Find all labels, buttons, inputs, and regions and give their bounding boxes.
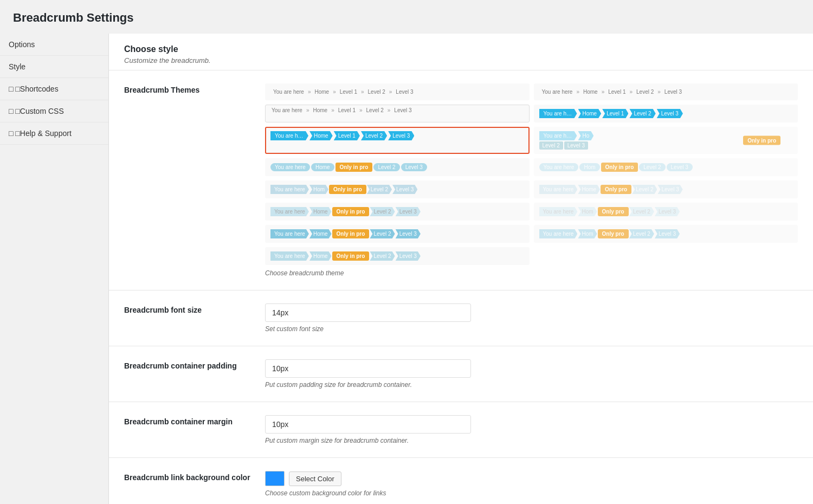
sidebar-item-custom-css[interactable]: □Custom CSS (0, 100, 108, 122)
theme-7[interactable]: You are here Home Only in pro Level 2 Le… (265, 158, 530, 176)
link-bg-color-hint: Choose custom background color for links (265, 489, 798, 497)
font-size-input[interactable] (265, 303, 471, 322)
only-pro-badge-10: Only pro (601, 185, 631, 194)
theme-3[interactable]: You are here » Home » Level 1 » Level 2 … (265, 105, 530, 122)
theme-5-bc: You are here Home Level 1 Level 2 Level … (270, 131, 524, 140)
themes-row: Breadcrumb Themes You are here » Home » … (109, 70, 813, 290)
color-swatch[interactable] (265, 471, 285, 486)
theme-4-bc: You are here Home Level 1 Level 2 Level … (539, 109, 793, 118)
themes-caption: Choose breadcrumb theme (265, 269, 798, 277)
sidebar: Options Style □Shortcodes □Custom CSS □H… (0, 34, 108, 504)
theme-8-bc: You are here Hom Only in pro Level 2 Lev… (539, 163, 793, 172)
theme-12[interactable]: You are here Hom Only pro Level 2 Level … (534, 203, 798, 221)
theme-15[interactable]: You are here Home Only in pro Level 2 Le… (265, 247, 530, 265)
theme-10[interactable]: You are here Home Only pro Level 2 Level… (534, 180, 798, 198)
only-in-pro-badge-9: Only in pro (329, 185, 366, 194)
only-in-pro-badge-11: Only in pro (332, 207, 370, 216)
theme-13[interactable]: You are here Home Only in pro Level 2 Le… (265, 225, 530, 243)
only-in-pro-badge-15: Only in pro (332, 251, 370, 261)
theme-2[interactable]: You are here » Home » Level 1 » Level 2 … (534, 83, 798, 100)
container-padding-input[interactable] (265, 359, 471, 378)
theme-1[interactable]: You are here » Home » Level 1 » Level 2 … (265, 83, 530, 100)
font-size-row: Breadcrumb font size Set custom font siz… (109, 290, 813, 346)
only-pro-badge-14: Only pro (598, 229, 629, 238)
container-margin-label: Breadcrumb container margin (124, 415, 265, 426)
checkbox-icon-help: □ (15, 129, 20, 138)
container-margin-content: Put custom margin size for breadcrumb co… (265, 415, 798, 444)
theme-11-bc: You are here Home Only in pro Level 2 Le… (270, 207, 524, 216)
font-size-content: Set custom font size (265, 303, 798, 333)
theme-11[interactable]: You are here Home Only in pro Level 2 Le… (265, 203, 530, 221)
theme-9[interactable]: You are here Hom Only in pro Level 2 Lev… (265, 180, 530, 198)
checkbox-icon-shortcodes: □ (15, 85, 20, 93)
link-bg-color-content: Select Color Choose custom background co… (265, 471, 798, 497)
section-subtitle: Customize the breadcrumb. (124, 56, 798, 64)
only-in-pro-badge-8: Only in pro (601, 163, 638, 172)
theme-15-bc: You are here Home Only in pro Level 2 Le… (270, 251, 524, 261)
themes-grid: You are here » Home » Level 1 » Level 2 … (265, 83, 798, 265)
select-color-button[interactable]: Select Color (289, 471, 341, 486)
container-padding-label: Breadcrumb container padding (124, 359, 265, 370)
container-padding-content: Put custom padding size for breadcrumb c… (265, 359, 798, 389)
theme-7-bc: You are here Home Only in pro Level 2 Le… (270, 163, 524, 172)
page-title: Breadcrumb Settings (0, 0, 813, 34)
container-padding-row: Breadcrumb container padding Put custom … (109, 346, 813, 402)
theme-1-bc: You are here » Home » Level 1 » Level 2 … (270, 88, 524, 96)
link-bg-color-row: Breadcrumb link background color Select … (109, 458, 813, 504)
theme-2-bc: You are here » Home » Level 1 » Level 2 … (539, 88, 793, 96)
container-margin-input[interactable] (265, 415, 471, 434)
bc-you-are-here: You are here (270, 88, 307, 96)
sidebar-item-options[interactable]: Options (0, 34, 108, 56)
container-margin-hint: Put custom margin size for breadcrumb co… (265, 437, 798, 444)
theme-3-bc: You are here » Home » Level 1 » Level 2 … (269, 106, 526, 114)
theme-12-bc: You are here Hom Only pro Level 2 Level … (539, 207, 793, 216)
theme-9-bc: You are here Hom Only in pro Level 2 Lev… (270, 185, 524, 194)
theme-6[interactable]: You are here Ho Only in pro Level 2 Leve… (534, 127, 798, 154)
page-wrapper: Breadcrumb Settings Options Style □Short… (0, 0, 813, 504)
themes-label: Breadcrumb Themes (124, 83, 265, 94)
color-picker-row: Select Color (265, 471, 798, 486)
theme-16-empty (534, 247, 798, 265)
themes-content: You are here » Home » Level 1 » Level 2 … (265, 83, 798, 277)
section-header: Choose style Customize the breadcrumb. (109, 34, 813, 70)
only-in-pro-badge-13: Only in pro (332, 229, 370, 238)
sidebar-item-help[interactable]: □Help & Support (0, 122, 108, 145)
font-size-hint: Set custom font size (265, 325, 798, 333)
sidebar-item-shortcodes[interactable]: □Shortcodes (0, 78, 108, 100)
theme-14-bc: You are here Hom Only pro Level 2 Level … (539, 229, 793, 238)
theme-14[interactable]: You are here Hom Only pro Level 2 Level … (534, 225, 798, 243)
checkbox-icon-css: □ (15, 107, 20, 115)
font-size-label: Breadcrumb font size (124, 303, 265, 314)
link-bg-color-label: Breadcrumb link background color (124, 471, 265, 482)
main-layout: Options Style □Shortcodes □Custom CSS □H… (0, 34, 813, 504)
sidebar-item-style[interactable]: Style (0, 56, 108, 78)
container-padding-hint: Put custom padding size for breadcrumb c… (265, 381, 798, 389)
only-in-pro-badge-7: Only in pro (335, 163, 373, 172)
section-title: Choose style (124, 44, 798, 54)
only-pro-badge-12: Only pro (598, 207, 629, 216)
only-in-pro-badge-6: Only in pro (743, 136, 780, 145)
theme-10-bc: You are here Home Only pro Level 2 Level… (539, 185, 793, 194)
theme-4[interactable]: You are here Home Level 1 Level 2 Level … (534, 105, 798, 122)
main-content: Choose style Customize the breadcrumb. B… (108, 34, 813, 504)
theme-13-bc: You are here Home Only in pro Level 2 Le… (270, 229, 524, 238)
theme-5[interactable]: You are here Home Level 1 Level 2 Level … (265, 127, 530, 154)
container-margin-row: Breadcrumb container margin Put custom m… (109, 402, 813, 458)
theme-8[interactable]: You are here Hom Only in pro Level 2 Lev… (534, 158, 798, 176)
